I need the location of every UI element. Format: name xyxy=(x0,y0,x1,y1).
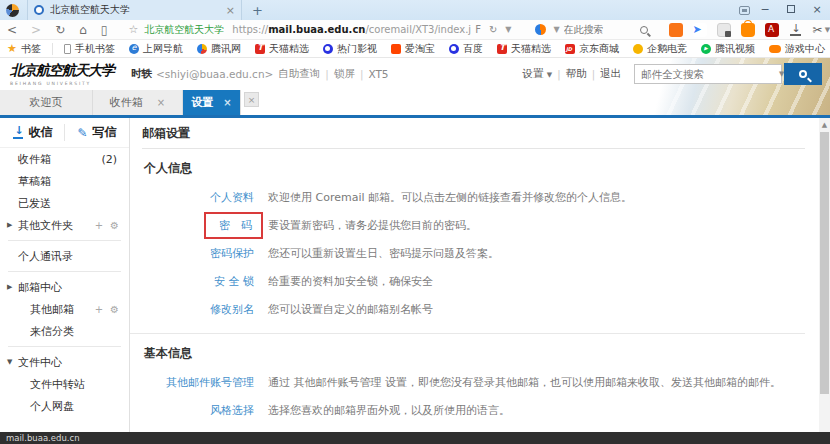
add-folder-icon[interactable]: + xyxy=(95,220,103,231)
password-link[interactable]: 密 码 xyxy=(219,219,252,232)
page-shield-icon[interactable]: F xyxy=(471,24,485,35)
collapse-arrow-icon[interactable]: ▼ xyxy=(7,358,12,366)
share-plane-icon[interactable] xyxy=(693,23,707,37)
bookmark-item[interactable]: 百度 xyxy=(449,42,483,56)
sidebar-item-other-mailbox[interactable]: 其他邮箱+⚙ xyxy=(0,298,129,320)
scrollbar-thumb[interactable] xyxy=(820,132,829,394)
other-accounts-link[interactable]: 其他邮件账号管理 xyxy=(142,375,254,390)
home-icon[interactable]: ⌂ xyxy=(72,23,94,37)
bookmark-item[interactable]: 天猫精选 xyxy=(497,42,551,56)
tab-close-icon[interactable]: × xyxy=(157,97,165,108)
browser-titlebar: 北京航空航天大学 × + − × xyxy=(0,0,830,20)
bookmark-item[interactable]: 上网导航 xyxy=(129,42,183,56)
browser-tab[interactable]: 北京航空航天大学 × xyxy=(27,0,242,20)
favorite-star-icon[interactable]: ☆ xyxy=(128,23,138,36)
browser-search-input[interactable] xyxy=(564,24,634,35)
folder-settings-gear-icon[interactable]: ⚙ xyxy=(110,220,119,231)
shopping-bag-icon[interactable] xyxy=(741,23,755,37)
forward-icon[interactable]: > xyxy=(24,23,48,37)
bookmark-item[interactable]: 热门影视 xyxy=(323,42,377,56)
baidu-paw-icon xyxy=(449,44,459,54)
new-tab-button[interactable]: + xyxy=(242,3,273,18)
bookmark-item[interactable]: 企鹅电竞 xyxy=(633,42,687,56)
sidebar: 收信 ✎写信 收件箱(2) 草稿箱 已发送 ▶其他文件夹+⚙ 个人通讯录 ▶邮箱… xyxy=(0,118,130,432)
sidebar-item-net-disk[interactable]: 个人网盘 xyxy=(0,395,129,417)
screenshot-scissors-icon[interactable]: ✂ xyxy=(813,23,823,37)
verified-site-name[interactable]: 北京航空航天大学 xyxy=(144,23,224,37)
compose-mail-button[interactable]: ✎写信 xyxy=(64,124,129,141)
tab-close-icon[interactable]: × xyxy=(226,4,235,17)
download-icon[interactable] xyxy=(790,24,801,36)
tab-settings[interactable]: 设置× xyxy=(183,90,241,115)
app-badge-icon[interactable] xyxy=(739,6,750,15)
tab-welcome[interactable]: 欢迎页 xyxy=(0,90,93,115)
style-link[interactable]: 风格选择 xyxy=(142,403,254,418)
expand-arrow-icon[interactable]: ▶ xyxy=(7,221,12,229)
user-avatar[interactable] xyxy=(6,4,19,17)
refresh-icon[interactable]: ↻ xyxy=(48,23,72,37)
row-description: 欢迎使用 Coremail 邮箱。可以点击左侧的链接查看并修改您的个人信息。 xyxy=(268,190,632,205)
expand-arrow-icon[interactable]: ▶ xyxy=(7,283,12,291)
profile-link[interactable]: 个人资料 xyxy=(142,190,254,205)
game-center-icon[interactable] xyxy=(669,23,683,37)
bookmark-folder[interactable]: ★书签 xyxy=(7,42,41,56)
sidebar-divider xyxy=(8,346,121,347)
bookmark-item[interactable]: 爱淘宝 xyxy=(391,42,435,56)
reader-mode-icon[interactable]: ▯ xyxy=(94,23,115,37)
settings-menu[interactable]: 设置 ▼ xyxy=(523,67,553,81)
bookmark-item[interactable]: 游戏中心 xyxy=(769,42,825,56)
tabstrip-close-icon[interactable]: × xyxy=(244,92,259,107)
page-scrollbar[interactable]: ▲ xyxy=(819,118,830,432)
sidebar-item-contacts[interactable]: 个人通讯录 xyxy=(0,245,129,267)
self-service-link[interactable]: 自助查询 xyxy=(278,67,320,81)
search-icon[interactable] xyxy=(640,26,648,34)
search-engine-logo-icon[interactable] xyxy=(535,24,546,35)
bookmarks-bar: ★书签 手机书签 上网导航 腾讯网 天猫精选 热门影视 爱淘宝 百度 天猫精选 … xyxy=(0,40,830,58)
lock-screen-link[interactable]: 锁屏 xyxy=(334,67,355,81)
address-bar[interactable]: ☆ 北京航空航天大学 https://mail.buaa.edu.cn/core… xyxy=(122,23,521,37)
add-mailbox-icon[interactable]: + xyxy=(95,304,103,315)
sidebar-item-incoming-rules[interactable]: 来信分类 xyxy=(0,320,129,342)
compatibility-icon[interactable]: ↻ xyxy=(485,24,501,35)
bookmark-item[interactable]: 腾讯视频 xyxy=(701,42,755,56)
scissors-chevron-icon[interactable]: ▼ xyxy=(825,26,830,34)
xt5-link[interactable]: XT5 xyxy=(368,68,388,80)
back-icon[interactable]: < xyxy=(0,23,24,37)
security-lock-link[interactable]: 安 全 锁 xyxy=(142,274,254,289)
maximize-button[interactable] xyxy=(778,0,804,20)
logout-link[interactable]: 退出 xyxy=(600,67,621,81)
translate-icon[interactable] xyxy=(717,23,731,37)
mail-search-input[interactable] xyxy=(635,68,779,80)
sidebar-item-inbox[interactable]: 收件箱(2) xyxy=(0,148,129,170)
minimize-button[interactable]: − xyxy=(752,0,778,20)
bookmark-item[interactable]: 京东商城 xyxy=(565,42,619,56)
tab-inbox[interactable]: 收件箱× xyxy=(93,90,183,115)
bookmark-label: 上网导航 xyxy=(143,42,183,56)
sidebar-item-file-transfer[interactable]: 文件中转站 xyxy=(0,373,129,395)
highlight-red-box: 密 码 xyxy=(204,212,263,239)
mailbox-settings-gear-icon[interactable]: ⚙ xyxy=(110,304,119,315)
mail-search-button[interactable] xyxy=(784,63,822,85)
bookmark-item[interactable]: 手机书签 xyxy=(64,42,115,56)
chevron-down-icon[interactable]: ▼ xyxy=(501,25,515,34)
url-text[interactable]: https://mail.buaa.edu.cn/coremail/XT3/in… xyxy=(232,24,471,35)
scroll-up-arrow-icon[interactable]: ▲ xyxy=(819,118,830,131)
help-link[interactable]: 帮助 xyxy=(566,67,587,81)
sidebar-item-other-folders[interactable]: ▶其他文件夹+⚙ xyxy=(0,214,129,236)
bookmark-item[interactable]: 天猫精选 xyxy=(255,42,309,56)
receive-mail-button[interactable]: 收信 xyxy=(0,124,64,141)
sidebar-item-sent[interactable]: 已发送 xyxy=(0,192,129,214)
close-button[interactable]: × xyxy=(804,0,830,20)
password-protect-link[interactable]: 密码保护 xyxy=(142,246,254,261)
tab-close-icon[interactable]: × xyxy=(223,97,231,108)
pdf-reader-icon[interactable] xyxy=(765,23,779,37)
search-engine-chevron-icon[interactable]: ▼ xyxy=(549,25,563,34)
sidebar-item-drafts[interactable]: 草稿箱 xyxy=(0,170,129,192)
browser-search[interactable]: ▼ xyxy=(535,24,653,35)
mail-search-box[interactable]: ▼ xyxy=(634,64,782,84)
sidebar-group-mail-center[interactable]: ▶邮箱中心 xyxy=(0,276,129,298)
bookmark-item[interactable]: 腾讯网 xyxy=(197,42,241,56)
bookmark-label: 天猫精选 xyxy=(269,42,309,56)
sidebar-group-file-center[interactable]: ▼文件中心 xyxy=(0,351,129,373)
alias-link[interactable]: 修改别名 xyxy=(142,302,254,317)
